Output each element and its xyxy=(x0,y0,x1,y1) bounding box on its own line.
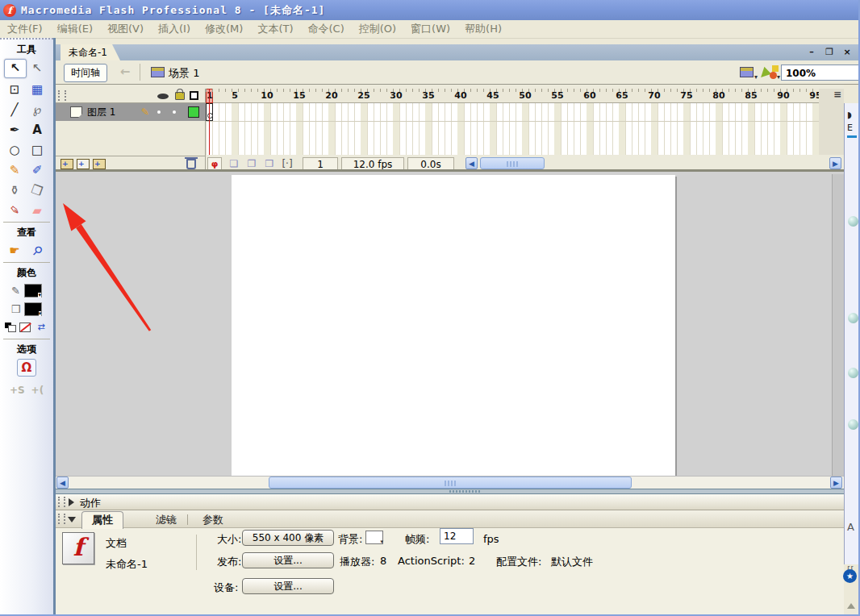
add-motion-guide-button[interactable]: + xyxy=(77,159,90,169)
back-arrow-icon[interactable]: ← xyxy=(117,64,133,80)
tab-filters[interactable]: 滤镜 xyxy=(146,512,186,528)
tab-parameters[interactable]: 参数 xyxy=(193,512,233,528)
stage-scroll-left-button[interactable]: ◀ xyxy=(56,477,69,489)
paint-bucket-tool[interactable]: ❒ xyxy=(27,181,48,199)
eyedropper-tool[interactable]: ✑ xyxy=(4,202,25,219)
zoom-select[interactable]: 100% ▾ xyxy=(781,65,860,81)
pen-tool[interactable]: ✒ xyxy=(4,121,25,139)
layer-lock-dot[interactable] xyxy=(173,110,176,114)
menu-insert[interactable]: 插入(I) xyxy=(151,22,198,36)
eraser-tool[interactable]: ▰ xyxy=(27,202,48,219)
fill-color-swatch[interactable]: ▾ xyxy=(24,302,42,316)
insert-layer-folder-button[interactable]: + xyxy=(93,159,106,169)
resize-grip-icon[interactable] xyxy=(847,603,855,609)
dock-panel-icon[interactable] xyxy=(848,368,858,378)
menu-text[interactable]: 文本(T) xyxy=(250,22,300,36)
gradient-transform-tool[interactable]: ▦ xyxy=(27,81,48,98)
expand-arrow-icon[interactable] xyxy=(69,498,74,506)
tab-properties[interactable]: 属性 xyxy=(81,511,123,529)
outline-layers-icon[interactable] xyxy=(190,91,198,100)
center-frame-button[interactable]: φ xyxy=(207,157,222,169)
menu-help[interactable]: 帮助(H) xyxy=(457,22,509,36)
onion-skin-button[interactable]: ❏ xyxy=(227,157,241,169)
oval-tool[interactable]: ○ xyxy=(4,141,25,159)
onion-skin-outlines-button[interactable]: ❐ xyxy=(244,157,259,169)
show-hide-layers-icon[interactable] xyxy=(157,94,169,99)
dock-panel-icon[interactable] xyxy=(848,419,858,430)
timeline-scroll-right-button[interactable]: ▶ xyxy=(829,157,841,169)
menu-commands[interactable]: 命令(C) xyxy=(300,22,351,36)
scene-label[interactable]: 场景 1 xyxy=(169,66,199,81)
stage-horizontal-scrollbar[interactable]: ◀ ▶ xyxy=(56,476,844,489)
layer-visible-dot[interactable] xyxy=(157,110,161,114)
actions-panel-header[interactable]: 动作 xyxy=(56,494,844,510)
edit-multiple-frames-button[interactable]: ❒ xyxy=(262,157,277,169)
device-settings-button[interactable]: 设置... xyxy=(242,578,334,594)
menu-file[interactable]: 文件(F) xyxy=(0,22,50,36)
edit-symbols-icon[interactable] xyxy=(762,65,779,79)
timeline-scroll-left-button[interactable]: ◀ xyxy=(465,157,478,169)
menu-control[interactable]: 控制(O) xyxy=(352,22,403,36)
swap-colors-button[interactable]: ⇄ xyxy=(34,323,48,332)
menu-window[interactable]: 窗口(W) xyxy=(403,22,457,36)
timeline-toggle-button[interactable]: 时间轴 xyxy=(64,64,107,82)
straighten-button[interactable]: +( xyxy=(31,385,44,396)
stage-vertical-scrollbar[interactable] xyxy=(832,174,844,477)
dock-panel-icon[interactable] xyxy=(848,216,858,227)
frame-grid[interactable] xyxy=(206,103,819,155)
stage-workspace[interactable] xyxy=(56,171,844,476)
modify-onion-markers-button[interactable]: [·] xyxy=(280,157,294,169)
menu-edit[interactable]: 编辑(E) xyxy=(50,22,100,36)
selection-tool[interactable]: ↖ xyxy=(4,59,27,78)
panel-gripper[interactable] xyxy=(58,90,66,101)
title-bar[interactable]: f Macromedia Flash Professional 8 - [未命名… xyxy=(0,0,860,20)
default-colors-button[interactable] xyxy=(5,323,16,332)
delete-layer-button[interactable] xyxy=(186,159,196,169)
collapse-arrow-icon[interactable] xyxy=(68,517,76,522)
timeline-scrollbar-thumb[interactable] xyxy=(480,157,545,169)
publish-settings-button[interactable]: 设置... xyxy=(242,552,334,568)
zoom-tool[interactable]: ⚲ xyxy=(27,242,48,260)
document-tab[interactable]: 未命名-1 xyxy=(61,44,120,60)
dock-panel-icon[interactable] xyxy=(848,313,858,323)
timeline-ruler[interactable]: 1 5101520253035404550556065707580859095 xyxy=(206,89,819,103)
line-tool[interactable]: ╱ xyxy=(4,101,25,119)
framerate-input[interactable] xyxy=(440,528,474,544)
layer-outline-color-swatch[interactable] xyxy=(188,106,199,118)
lock-layers-icon[interactable] xyxy=(175,92,185,100)
restore-button[interactable]: ❐ xyxy=(823,47,836,58)
dock-resize-divider[interactable] xyxy=(56,489,844,494)
free-transform-tool[interactable]: ⊡ xyxy=(4,81,25,98)
stroke-color-swatch[interactable]: ▾ xyxy=(24,284,42,298)
stage-scroll-right-button[interactable]: ▶ xyxy=(830,477,842,489)
no-color-button[interactable] xyxy=(19,323,31,332)
text-tool[interactable]: A xyxy=(27,121,48,139)
dock-drag-handle[interactable] xyxy=(449,490,482,493)
insert-layer-button[interactable]: + xyxy=(61,159,73,169)
frame-rate-value[interactable]: 12.0 fps xyxy=(341,157,404,169)
stage-canvas[interactable] xyxy=(232,175,675,477)
timeline-menu-icon[interactable]: ≡ xyxy=(833,89,841,99)
ink-bottle-tool[interactable]: ⚱ xyxy=(4,181,25,199)
lasso-tool[interactable]: ℘ xyxy=(27,101,48,119)
menu-modify[interactable]: 修改(M) xyxy=(198,22,250,36)
edit-scene-icon[interactable] xyxy=(740,67,754,77)
pencil-tool[interactable]: ✎ xyxy=(4,161,25,179)
brush-tool[interactable]: ✐ xyxy=(27,161,48,179)
subselection-tool[interactable]: ↖ xyxy=(27,59,48,77)
right-panel-dock[interactable]: ◗ E A [[ xyxy=(844,103,860,564)
snap-to-objects-button[interactable]: Ω xyxy=(17,359,36,377)
minimize-button[interactable]: – xyxy=(805,47,818,58)
smooth-button[interactable]: +S xyxy=(10,385,25,396)
rectangle-tool[interactable]: □ xyxy=(27,141,48,159)
menu-view[interactable]: 视图(V) xyxy=(100,22,151,36)
stage-scrollbar-thumb[interactable] xyxy=(269,477,632,489)
document-size-button[interactable]: 550 x 400 像素 xyxy=(242,530,334,546)
help-icon[interactable]: ★ xyxy=(843,569,857,583)
panel-gripper[interactable] xyxy=(58,514,65,524)
close-button[interactable]: × xyxy=(841,47,854,58)
layer-row[interactable]: 图层 1 ✎ xyxy=(56,103,206,121)
panel-gripper[interactable] xyxy=(58,497,65,507)
layer-name[interactable]: 图层 1 xyxy=(87,106,141,119)
background-color-swatch[interactable]: ▾ xyxy=(365,531,383,544)
